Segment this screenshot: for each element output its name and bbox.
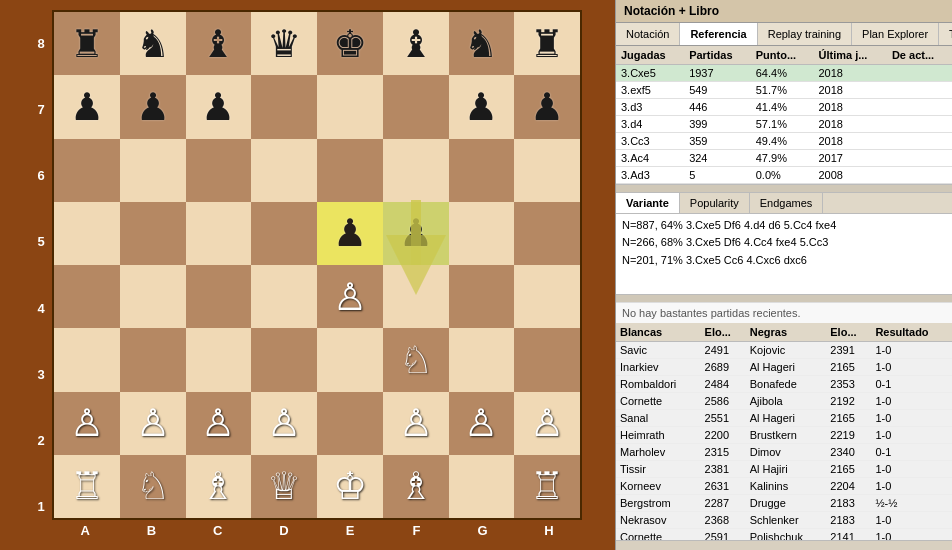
square-f5[interactable]: ♟ [383, 202, 449, 265]
square-a7[interactable]: ♟ [54, 75, 120, 138]
tab-variante[interactable]: Variante [616, 193, 680, 213]
square-h4[interactable] [514, 265, 580, 328]
tab-endgames[interactable]: Endgames [750, 193, 824, 213]
file-b: B [118, 520, 184, 540]
variante-scrollbar[interactable] [616, 294, 952, 302]
square-e2[interactable] [317, 392, 383, 455]
game-row[interactable]: Sanal 2551 Al Hageri 2165 1-0 [616, 410, 952, 427]
square-a5[interactable] [54, 202, 120, 265]
reference-scrollbar[interactable] [616, 184, 952, 192]
square-e4[interactable]: ♙ [317, 265, 383, 328]
tab-notacion[interactable]: Notación [616, 23, 680, 45]
reference-row[interactable]: 3.exf5 549 51.7% 2018 [616, 82, 952, 99]
games-table-container[interactable]: Blancas Elo... Negras Elo... Resultado S… [616, 323, 952, 540]
piece-e1: ♔ [333, 467, 367, 505]
square-f6[interactable] [383, 139, 449, 202]
reference-row[interactable]: 3.Cxe5 1937 64.4% 2018 [616, 65, 952, 82]
square-e7[interactable] [317, 75, 383, 138]
square-h6[interactable] [514, 139, 580, 202]
square-e3[interactable] [317, 328, 383, 391]
game-row[interactable]: Marholev 2315 Dimov 2340 0-1 [616, 444, 952, 461]
square-d7[interactable] [251, 75, 317, 138]
square-g5[interactable] [449, 202, 515, 265]
square-c6[interactable] [186, 139, 252, 202]
square-e6[interactable] [317, 139, 383, 202]
square-d4[interactable] [251, 265, 317, 328]
square-a1[interactable]: ♖ [54, 455, 120, 518]
square-g6[interactable] [449, 139, 515, 202]
square-g7[interactable]: ♟ [449, 75, 515, 138]
chess-board[interactable]: ♜ ♞ ♝ ♛ ♚ ♝ ♞ ♜ ♟ ♟ ♟ ♟ ♟ [52, 10, 582, 520]
square-h7[interactable]: ♟ [514, 75, 580, 138]
square-h8[interactable]: ♜ [514, 12, 580, 75]
square-d5[interactable] [251, 202, 317, 265]
reference-row[interactable]: 3.d4 399 57.1% 2018 [616, 116, 952, 133]
reference-row[interactable]: 3.Ad3 5 0.0% 2008 [616, 167, 952, 184]
tab-replay[interactable]: Replay training [758, 23, 852, 45]
square-f4[interactable] [383, 265, 449, 328]
square-e1[interactable]: ♔ [317, 455, 383, 518]
square-b1[interactable]: ♘ [120, 455, 186, 518]
square-b4[interactable] [120, 265, 186, 328]
games-scrollbar-x[interactable] [616, 540, 952, 550]
square-h2[interactable]: ♙ [514, 392, 580, 455]
square-c5[interactable] [186, 202, 252, 265]
square-h1[interactable]: ♖ [514, 455, 580, 518]
square-d8[interactable]: ♛ [251, 12, 317, 75]
square-c3[interactable] [186, 328, 252, 391]
square-d3[interactable] [251, 328, 317, 391]
square-b8[interactable]: ♞ [120, 12, 186, 75]
square-e5[interactable]: ♟ [317, 202, 383, 265]
square-f1[interactable]: ♗ [383, 455, 449, 518]
square-c1[interactable]: ♗ [186, 455, 252, 518]
square-a8[interactable]: ♜ [54, 12, 120, 75]
square-a3[interactable] [54, 328, 120, 391]
square-b6[interactable] [120, 139, 186, 202]
square-f7[interactable] [383, 75, 449, 138]
ref-jugadas: 3.exf5 [616, 82, 684, 99]
game-row[interactable]: Tissir 2381 Al Hajiri 2165 1-0 [616, 461, 952, 478]
game-row[interactable]: Heimrath 2200 Brustkern 2219 1-0 [616, 427, 952, 444]
tab-referencia[interactable]: Referencia [680, 23, 757, 45]
tab-plan-explorer[interactable]: Plan Explorer [852, 23, 939, 45]
square-d2[interactable]: ♙ [251, 392, 317, 455]
square-b2[interactable]: ♙ [120, 392, 186, 455]
square-g1[interactable] [449, 455, 515, 518]
square-e8[interactable]: ♚ [317, 12, 383, 75]
square-c4[interactable] [186, 265, 252, 328]
square-d1[interactable]: ♕ [251, 455, 317, 518]
square-g8[interactable]: ♞ [449, 12, 515, 75]
square-a4[interactable] [54, 265, 120, 328]
square-d6[interactable] [251, 139, 317, 202]
square-f8[interactable]: ♝ [383, 12, 449, 75]
game-row[interactable]: Inarkiev 2689 Al Hageri 2165 1-0 [616, 359, 952, 376]
game-row[interactable]: Cornette 2591 Polishchuk 2141 1-0 [616, 529, 952, 541]
tab-tabla[interactable]: Tabla [939, 23, 952, 45]
square-f2[interactable]: ♙ [383, 392, 449, 455]
square-a6[interactable] [54, 139, 120, 202]
game-row[interactable]: Korneev 2631 Kalinins 2204 1-0 [616, 478, 952, 495]
square-g3[interactable] [449, 328, 515, 391]
reference-row[interactable]: 3.d3 446 41.4% 2018 [616, 99, 952, 116]
square-g2[interactable]: ♙ [449, 392, 515, 455]
square-c2[interactable]: ♙ [186, 392, 252, 455]
square-h5[interactable] [514, 202, 580, 265]
reference-row[interactable]: 3.Ac4 324 47.9% 2017 [616, 150, 952, 167]
square-b5[interactable] [120, 202, 186, 265]
square-b7[interactable]: ♟ [120, 75, 186, 138]
square-a2[interactable]: ♙ [54, 392, 120, 455]
square-c8[interactable]: ♝ [186, 12, 252, 75]
game-row[interactable]: Savic 2491 Kojovic 2391 1-0 [616, 342, 952, 359]
square-h3[interactable] [514, 328, 580, 391]
tab-popularity[interactable]: Popularity [680, 193, 750, 213]
game-elo-b: 2381 [701, 461, 746, 478]
game-row[interactable]: Rombaldori 2484 Bonafede 2353 0-1 [616, 376, 952, 393]
reference-row[interactable]: 3.Cc3 359 49.4% 2018 [616, 133, 952, 150]
square-g4[interactable] [449, 265, 515, 328]
game-row[interactable]: Nekrasov 2368 Schlenker 2183 1-0 [616, 512, 952, 529]
square-c7[interactable]: ♟ [186, 75, 252, 138]
game-row[interactable]: Cornette 2586 Ajibola 2192 1-0 [616, 393, 952, 410]
game-row[interactable]: Bergstrom 2287 Drugge 2183 ½-½ [616, 495, 952, 512]
square-f3[interactable]: ♘ [383, 328, 449, 391]
square-b3[interactable] [120, 328, 186, 391]
